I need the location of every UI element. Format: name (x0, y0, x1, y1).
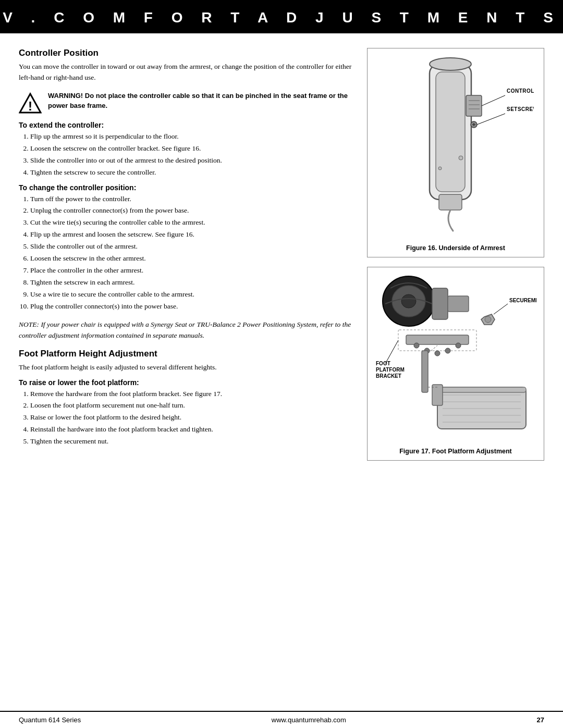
page-footer: Quantum 614 Series www.quantumrehab.com … (0, 711, 563, 728)
svg-rect-40 (432, 385, 443, 405)
change-heading: To change the controller position: (19, 183, 352, 192)
svg-rect-5 (466, 95, 482, 116)
svg-rect-23 (448, 296, 469, 312)
extend-heading: To extend the controller: (19, 121, 352, 129)
left-column: Controller Position You can move the con… (19, 48, 352, 701)
note-text: NOTE: If your power chair is equipped wi… (19, 320, 351, 339)
svg-rect-22 (432, 288, 448, 319)
figure-16-box: CONTROLLER BRACKET SETSCREW Figure 16. U… (367, 48, 544, 257)
page: V . C O M F O R T A D J U S T M E N T S … (0, 0, 563, 728)
footer-page-number: 27 (537, 716, 544, 724)
svg-point-13 (438, 167, 442, 170)
raise-step-3: Raise or lower the foot platform to the … (30, 412, 352, 423)
change-step-7: Place the controller in the other armres… (30, 265, 352, 276)
page-header: V . C O M F O R T A D J U S T M E N T S (0, 0, 563, 33)
change-step-9: Use a wire tie to secure the controller … (30, 289, 352, 300)
raise-step-2: Loosen the foot platform securement nut … (30, 400, 352, 411)
svg-point-28 (435, 351, 440, 356)
change-step-1: Turn off the power to the controller. (30, 194, 352, 205)
warning-box: ! WARNING! Do not place the controller c… (19, 91, 352, 115)
page-title: V . C O M F O R T A D J U S T M E N T S (3, 9, 560, 26)
fig17-caption: Figure 17. Foot Platform Adjustment (399, 448, 512, 455)
raise-heading: To raise or lower the foot platform: (19, 378, 352, 387)
warning-text: WARNING! Do not place the controller cab… (48, 91, 352, 111)
change-step-2: Unplug the controller connector(s) from … (30, 205, 352, 216)
change-step-8: Tighten the setscrew in each armrest. (30, 277, 352, 288)
svg-point-12 (459, 156, 463, 160)
foot-platform-section: Foot Platform Height Adjustment The foot… (19, 349, 352, 448)
svg-rect-33 (437, 387, 526, 429)
svg-text:FOOT: FOOT (376, 361, 390, 366)
change-steps-list: Turn off the power to the controller. Un… (30, 194, 352, 312)
svg-text:!: ! (28, 99, 32, 113)
figure-16-svg: CONTROLLER BRACKET SETSCREW (377, 54, 534, 241)
raise-step-1: Remove the hardware from the foot platfo… (30, 389, 352, 400)
change-step-4: Flip up the armrest and loosen the setsc… (30, 229, 352, 240)
svg-point-30 (456, 343, 461, 348)
svg-line-15 (482, 95, 505, 106)
svg-text:SETSCREW: SETSCREW (507, 106, 534, 112)
change-step-10: Plug the controller connector(s) into th… (30, 301, 352, 312)
main-content: Controller Position You can move the con… (0, 33, 563, 701)
svg-text:PLATFORM: PLATFORM (376, 367, 405, 373)
fig16-caption: Figure 16. Underside of Armrest (406, 244, 505, 252)
foot-platform-title: Foot Platform Height Adjustment (19, 349, 352, 359)
extend-step-2: Loosen the setscrew on the controller br… (30, 143, 352, 154)
raise-steps-list: Remove the hardware from the foot platfo… (30, 389, 352, 448)
svg-point-4 (430, 58, 471, 70)
svg-point-21 (401, 294, 416, 308)
figure-17-box: SECUREMENT NUT FOOT PLATFORM BRACKET Fig… (367, 267, 544, 461)
foot-platform-body: The foot platform height is easily adjus… (19, 362, 352, 373)
change-step-5: Slide the controller out of the armrest. (30, 241, 352, 252)
svg-rect-41 (422, 351, 428, 392)
svg-point-32 (485, 316, 491, 323)
svg-point-26 (414, 343, 419, 348)
extend-step-1: Flip up the armrest so it is perpendicul… (30, 131, 352, 142)
svg-text:CONTROLLER BRACKET: CONTROLLER BRACKET (507, 88, 534, 94)
right-column: CONTROLLER BRACKET SETSCREW Figure 16. U… (367, 48, 544, 701)
figure-17-svg: SECUREMENT NUT FOOT PLATFORM BRACKET (375, 273, 536, 445)
extend-step-3: Slide the controller into or out of the … (30, 155, 352, 166)
svg-rect-3 (436, 72, 465, 192)
svg-text:SECUREMENT NUT: SECUREMENT NUT (509, 298, 536, 303)
svg-text:BRACKET: BRACKET (376, 373, 401, 379)
raise-step-4: Reinstall the hardware into the foot pla… (30, 424, 352, 435)
svg-rect-14 (439, 194, 462, 210)
warning-icon: ! (19, 92, 42, 115)
svg-point-29 (445, 348, 450, 353)
note-block: NOTE: If your power chair is equipped wi… (19, 319, 352, 341)
change-step-3: Cut the wire tie(s) securing the control… (30, 217, 352, 228)
svg-line-44 (494, 304, 508, 314)
footer-url: www.quantumrehab.com (272, 716, 346, 724)
change-step-6: Loosen the setscrew in the other armrest… (30, 253, 352, 264)
extend-step-4: Tighten the setscrew to secure the contr… (30, 167, 352, 178)
raise-step-5: Tighten the securement nut. (30, 436, 352, 447)
controller-position-title: Controller Position (19, 48, 352, 58)
svg-rect-39 (437, 387, 526, 392)
controller-position-section: Controller Position You can move the con… (19, 48, 352, 312)
controller-position-body: You can move the controller in toward or… (19, 61, 352, 83)
extend-steps-list: Flip up the armrest so it is perpendicul… (30, 131, 352, 178)
footer-product: Quantum 614 Series (19, 716, 81, 724)
